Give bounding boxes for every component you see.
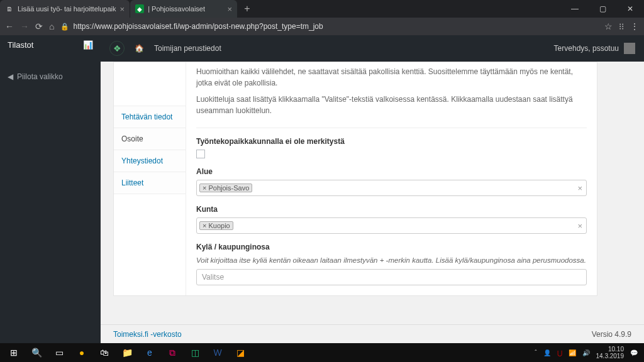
kunta-select[interactable]: × Kuopio × [196,217,587,234]
close-window-icon[interactable]: ✕ [616,0,644,18]
clear-icon[interactable]: × [577,221,582,231]
search-icon[interactable]: 🔍 [25,343,48,362]
lock-icon: 🔒 [60,23,69,31]
maximize-icon[interactable]: ▢ [589,0,616,18]
network-icon[interactable]: 📶 [569,349,576,356]
taskview-icon[interactable]: ▭ [48,343,70,362]
minimize-icon[interactable]: — [561,0,589,18]
address-bar[interactable]: 🔒 https://www.pohjoissavolaiset.fi/wp-ad… [60,22,598,31]
tab-yhteystiedot[interactable]: Yhteystiedot [114,150,186,172]
mcafee-icon[interactable]: ⋃ [557,349,562,356]
forward-icon[interactable]: → [20,21,29,31]
kyla-hint: Voit kirjoittaa itse kyliä kentän oikeaa… [196,255,587,265]
kyla-placeholder: Valitse [202,273,224,282]
row-alue: Alue × Pohjois-Savo × [196,158,587,196]
clock-time: 10.10 [596,346,625,353]
store-icon[interactable]: 🛍 [93,343,116,362]
collapse-icon: ◀ [8,72,13,81]
row-nolocation: Työntekopaikkakunnalla ei ole merkitystä [196,128,587,158]
home-icon[interactable]: ⌂ [49,21,54,31]
wp-footer: Toimeksi.fi -verkosto Versio 4.9.9 [101,324,644,343]
panel-tabs: Tehtävän tiedot Osoite Yhteystiedot Liit… [114,62,186,295]
browser-tab-1[interactable]: 🗎 Lisää uusi työ- tai harjoittelupaik × [0,0,130,18]
form-body: Huomioithan kaikki välilehdet, ne saatta… [186,62,597,295]
alue-tag[interactable]: × Pohjois-Savo [199,184,252,192]
kunta-label: Kunta [196,205,587,214]
windows-taskbar: ⊞ 🔍 ▭ ● 🛍 📁 e ⧉ ◫ W ◪ ˆ 👤 ⋃ 📶 🔊 10.10 14… [0,343,644,362]
taskbar-clock[interactable]: 10.10 14.3.2019 [596,346,625,359]
browser-tab-2[interactable]: ◆ | Pohjoissavolaiset × [130,0,237,18]
alue-label: Alue [196,167,587,176]
site-favicon-icon: ◆ [135,4,144,13]
browser-navbar: ← → ⟳ ⌂ 🔒 https://www.pohjoissavolaiset.… [0,18,644,35]
footer-link[interactable]: Toimeksi.fi -verkosto [113,330,182,339]
document-icon: 🗎 [5,4,14,13]
content-area: Tehtävän tiedot Osoite Yhteystiedot Liit… [101,35,644,296]
window-controls: — ▢ ✕ [561,0,644,18]
chart-icon: 📊 [83,40,93,50]
app-icon[interactable]: ◫ [184,343,206,362]
word-icon[interactable]: W [206,343,229,362]
browser-titlebar: 🗎 Lisää uusi työ- tai harjoittelupaik × … [0,0,644,18]
kyla-label: Kylä / kaupunginosa [196,243,587,251]
app-icon[interactable]: ◪ [229,343,252,362]
nolocation-label: Työntekopaikkakunnalla ei ole merkitystä [196,137,587,146]
form-panel: Tehtävän tiedot Osoite Yhteystiedot Liit… [113,62,597,296]
new-tab-button[interactable]: + [238,3,256,14]
tab-osoite[interactable]: Osoite [114,128,186,150]
tab-title: | Pohjoissavolaiset [148,5,205,13]
tab-liitteet[interactable]: Liitteet [114,172,186,194]
intro-text: Huomioithan kaikki välilehdet, ne saatta… [196,62,587,128]
alue-select[interactable]: × Pohjois-Savo × [196,180,587,196]
intro-line-1: Huomioithan kaikki välilehdet, ne saatta… [196,66,587,89]
people-icon[interactable]: 👤 [543,349,551,356]
notifications-icon[interactable]: 💬 [630,349,638,356]
kyla-select[interactable]: Valitse [196,269,587,285]
start-button[interactable]: ⊞ [3,343,25,362]
avatar[interactable] [624,43,635,54]
app-icon[interactable]: ⧉ [161,343,184,362]
explorer-icon[interactable]: 📁 [116,343,138,362]
admin-bar: ❖ 🏠 Toimijan perustiedot Tervehdys, psso… [101,35,644,62]
clear-icon[interactable]: × [577,184,582,193]
menu-icon[interactable]: ⋮ [630,21,639,31]
sidebar-item-label: Piilota valikko [17,72,63,81]
chrome-icon[interactable]: ● [70,343,93,362]
site-logo-icon[interactable]: ❖ [109,41,125,56]
sidebar-item-stats[interactable]: Tilastot 📊 [0,35,101,55]
nolocation-checkbox[interactable] [196,150,205,158]
clock-date: 14.3.2019 [596,353,625,359]
sidebar-item-collapse[interactable]: ◀ Piilota valikko [0,55,101,86]
close-icon[interactable]: × [120,4,125,14]
sidebar-item-label: Tilastot [8,40,33,50]
back-icon[interactable]: ← [5,21,14,31]
row-kunta: Kunta × Kuopio × [196,196,587,234]
row-kyla: Kylä / kaupunginosa Voit kirjoittaa itse… [196,234,587,285]
intro-line-2: Luokitteluja saat lisättyä klikkaamalla … [196,94,587,116]
tray-chevron-icon[interactable]: ˆ [535,349,536,356]
kunta-tag[interactable]: × Kuopio [199,221,233,230]
home-icon[interactable]: 🏠 [135,44,144,53]
close-icon[interactable]: × [228,4,233,14]
system-tray: ˆ 👤 ⋃ 📶 🔊 10.10 14.3.2019 💬 [535,346,641,359]
tab-title: Lisää uusi työ- tai harjoittelupaik [18,5,116,13]
volume-icon[interactable]: 🔊 [582,349,590,356]
tab-tehtavan-tiedot[interactable]: Tehtävän tiedot [114,106,186,128]
greeting-text: Tervehdys, pssotuu [554,44,619,53]
adminbar-menu-item[interactable]: Toimijan perustiedot [154,44,221,53]
admin-sidebar: Tilastot 📊 ◀ Piilota valikko [0,35,101,343]
reload-icon[interactable]: ⟳ [35,21,43,31]
url-text: https://www.pohjoissavolaiset.fi/wp-admi… [73,22,323,31]
edge-icon[interactable]: e [138,343,161,362]
footer-version: Versio 4.9.9 [592,330,631,339]
extensions-icon[interactable]: ⁝⁝ [619,21,624,31]
star-icon[interactable]: ☆ [604,21,613,31]
